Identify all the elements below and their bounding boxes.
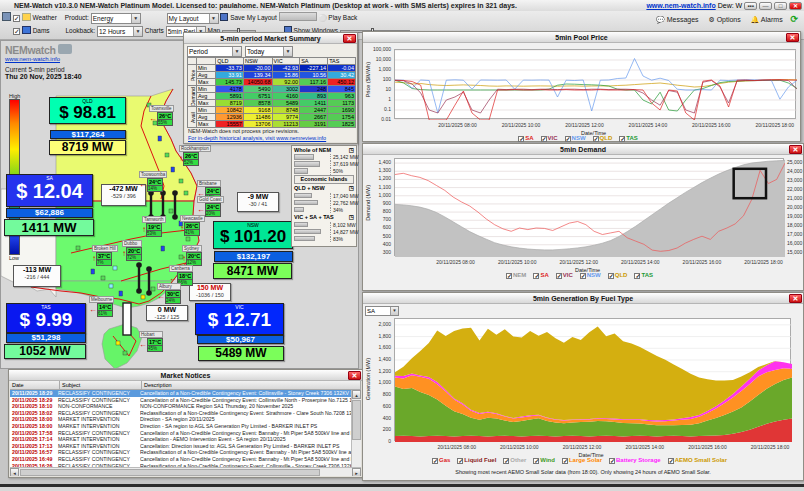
alarms-button[interactable]: 🔔 Alarms <box>751 16 783 23</box>
region-niv-bar-nsw[interactable]: $132,197 <box>214 251 293 262</box>
playback-label: Play Back <box>328 14 357 21</box>
region-niv-bar-qld[interactable]: $117,264 <box>50 130 126 139</box>
lookback-dropdown[interactable]: 12 Hours▼ <box>97 26 143 37</box>
region-price-box-tas[interactable]: TAS $ 9.99 <box>6 303 86 333</box>
legend-item[interactable]: ✓Battery Storage <box>609 457 661 463</box>
titlebar-link[interactable]: www.nem-watch.info <box>646 2 715 9</box>
notice-row[interactable]: 20/11/2025 17:13MARKET INTERVENTIONCance… <box>10 443 361 450</box>
demand-title[interactable]: 5min Demand✕ <box>363 144 803 155</box>
legend-item[interactable]: ✓VIC <box>541 135 558 141</box>
weather-checkbox[interactable]: ✓ <box>13 15 20 22</box>
region-demand-box-vic[interactable]: 5489 MW <box>198 346 284 361</box>
legend-item[interactable]: ✓Large Solar <box>562 457 602 463</box>
notices-vscrollbar[interactable]: ▴ <box>351 390 361 467</box>
region-niv-bar-tas[interactable]: $51,298 <box>6 333 86 343</box>
legend-item[interactable]: ✓Gas <box>432 457 450 463</box>
region-demand-box-tas[interactable]: 1052 MW <box>4 344 86 359</box>
region-demand-box-qld[interactable]: 8719 MW <box>49 140 126 155</box>
generation-close-icon[interactable]: ✕ <box>789 294 802 303</box>
pool-price-legend: ✓SA✓VIC✓NSW✓QLD✓TAS <box>363 135 800 142</box>
summary-footlink[interactable]: For in-depth historical analysis, visit … <box>188 135 326 141</box>
layout-dropdown[interactable]: My Layout▼ <box>167 13 219 24</box>
notices-close-icon[interactable]: ✕ <box>348 371 361 380</box>
dams-checkbox[interactable]: ✓ <box>13 28 20 35</box>
interconnector-flow-box[interactable]: 150 MW -1036 / 150 <box>189 283 231 301</box>
period-dropdown[interactable]: Period▼ <box>187 46 242 57</box>
x-tick-label: 20/11/2025 14:00 <box>610 259 670 265</box>
summary-cell: 92.00 <box>272 79 300 86</box>
market-notices-title[interactable]: Market Notices✕ <box>9 370 362 381</box>
summary-row-label: Avg <box>197 93 216 100</box>
notice-row[interactable]: 20/11/2025 18:10NON-CONFORMANCENON-CONFO… <box>10 403 361 410</box>
region-demand-box-nsw[interactable]: 8471 MW <box>213 263 292 279</box>
legend-item[interactable]: ✓Liquid Fuel <box>457 457 496 463</box>
summary-cell: 1411 <box>300 100 328 107</box>
legend-item[interactable]: ✓SA <box>533 272 548 278</box>
close-button[interactable]: ✕ <box>789 2 802 10</box>
refresh-icon[interactable]: ⟳ <box>790 14 798 24</box>
region-price-box-vic[interactable]: VIC $ 12.71 <box>195 303 284 335</box>
notice-row[interactable]: 20/11/2025 18:02RECLASSIFY CONTINGENCYRe… <box>10 410 361 417</box>
market-summary-title[interactable]: 5-min period Market Summary✕ <box>184 33 357 44</box>
notices-hscrollbar[interactable]: ◂▸ <box>10 467 361 476</box>
notice-row[interactable]: 20/11/2025 18:00MARKET INTERVENTIONDirec… <box>10 423 361 430</box>
legend-item[interactable]: ✓TAS <box>619 135 638 141</box>
notice-row[interactable]: 20/11/2025 16:57RECLASSIFY CONTINGENCYRe… <box>10 449 361 456</box>
legend-item[interactable]: ✓TAS <box>634 272 653 278</box>
minimize-button[interactable]: — <box>759 2 772 10</box>
extra-buttons[interactable]: ▪▪▪ <box>744 2 757 10</box>
maximize-button[interactable]: □ <box>774 2 787 10</box>
region-price-box-qld[interactable]: QLD $ 98.81 <box>49 97 126 124</box>
playback-radio[interactable]: ⚪ <box>318 14 326 21</box>
summary-cell: 845 <box>328 86 356 93</box>
notice-row[interactable]: 20/11/2025 18:00MARKET INTERVENTIONDirec… <box>10 416 361 423</box>
y-tick-label: 400 <box>365 415 391 421</box>
region-demand-box-sa[interactable]: 1411 MW <box>4 219 94 236</box>
demand-close-icon[interactable]: ✕ <box>789 145 802 154</box>
options-button[interactable]: ⚙ Options <box>708 16 740 23</box>
market-notices-window: Market Notices✕ Date Subject Description… <box>8 369 363 478</box>
legend-item[interactable]: ✓NSW <box>580 272 601 278</box>
interconnector-flow-box[interactable]: -113 MW -216 / 444 <box>13 265 61 287</box>
interconnector-flow-box[interactable]: 0 MW -125 / 125 <box>146 305 188 321</box>
price-close-icon[interactable]: ✕ <box>786 33 799 42</box>
legend-item[interactable]: ✓Other <box>503 457 526 463</box>
summary-close-icon[interactable]: ✕ <box>343 34 356 43</box>
window-bottom-margin <box>0 487 804 491</box>
legend-item[interactable]: ✓QLD <box>593 135 613 141</box>
x-tick-label: 20/11/2025 12:00 <box>552 444 612 450</box>
notice-row[interactable]: 20/11/2025 18:29RECLASSIFY CONTINGENCYCa… <box>10 390 361 397</box>
legend-item[interactable]: ✓SA <box>518 135 533 141</box>
y-tick-label: 400 <box>365 241 391 247</box>
generation-title[interactable]: 5min Generation By Fuel Type✕ <box>363 293 803 304</box>
legend-item[interactable]: ✓QLD <box>608 272 628 278</box>
legend-item[interactable]: ✓AEMO Small Solar <box>668 457 727 463</box>
notice-row[interactable]: 20/11/2025 17:58RECLASSIFY CONTINGENCYCa… <box>10 430 361 437</box>
legend-item[interactable]: ✓VIC <box>556 272 573 278</box>
pool-price-title[interactable]: 5min Pool Price✕ <box>363 32 800 43</box>
summary-row-label: Avg <box>197 72 216 79</box>
region-price: $ 12.71 <box>196 310 283 329</box>
legend-item[interactable]: ✓NSW <box>565 135 586 141</box>
notice-row[interactable]: 20/11/2025 17:14MARKET INTERVENTIONCance… <box>10 436 361 443</box>
region-price-box-sa[interactable]: SA $ 12.04 <box>6 174 93 207</box>
legend-item[interactable]: ✓NEM <box>506 272 526 278</box>
notices-header[interactable]: Date Subject Description <box>10 381 361 390</box>
interconnector-flow-box[interactable]: -9 MW -30 / 41 <box>237 192 279 212</box>
generation-window: 5min Generation By Fuel Type✕ SA▼ 020040… <box>362 292 804 481</box>
period-value-dropdown[interactable]: Today▼ <box>245 46 293 57</box>
playback-buttons[interactable] <box>279 12 317 21</box>
region-niv-bar-sa[interactable]: $62,886 <box>6 208 93 218</box>
save-layout-button[interactable]: Save My Layout <box>230 14 277 21</box>
messages-button[interactable]: 💬 Messages <box>656 16 699 23</box>
notice-row[interactable]: 20/11/2025 16:49RECLASSIFY CONTINGENCYCa… <box>10 456 361 463</box>
product-dropdown[interactable]: Energy▼ <box>91 13 141 24</box>
summary-cell: -227.14 <box>300 65 328 72</box>
y-tick-label: 600 <box>365 224 391 230</box>
region-selector-dropdown[interactable]: SA▼ <box>365 306 399 316</box>
notice-row[interactable]: 20/11/2025 18:29RECLASSIFY CONTINGENCYCa… <box>10 397 361 404</box>
legend-item[interactable]: ✓Wind <box>533 457 555 463</box>
region-price-box-nsw[interactable]: NSW $ 101.20 <box>213 221 293 249</box>
region-niv-bar-vic[interactable]: $50,967 <box>197 335 284 344</box>
map-weblink[interactable]: www.nem-watch.info <box>5 56 82 62</box>
